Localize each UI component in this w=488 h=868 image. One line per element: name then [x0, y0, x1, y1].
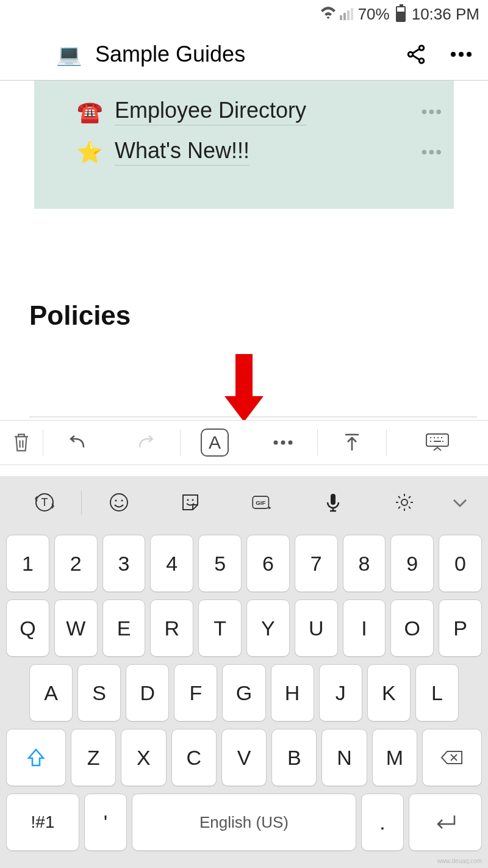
svg-text:GIF: GIF	[256, 499, 265, 506]
backspace-key[interactable]	[422, 729, 482, 786]
key[interactable]: O	[390, 599, 434, 657]
svg-point-14	[121, 500, 123, 502]
menu-button[interactable]	[11, 38, 43, 70]
keyboard: 1234567890 QWERTYUIOP ASDFGHJKL Z X C V …	[0, 529, 488, 868]
key[interactable]: T	[198, 599, 242, 657]
key[interactable]: 5	[198, 535, 242, 592]
key[interactable]: 9	[390, 535, 434, 592]
laptop-icon: 💻	[56, 42, 82, 67]
key[interactable]: X	[121, 729, 166, 786]
clock-time: 10:36 PM	[412, 5, 479, 24]
shift-key[interactable]	[6, 729, 66, 786]
key[interactable]: J	[319, 664, 362, 722]
more-format-button[interactable]	[249, 421, 317, 465]
svg-point-6	[274, 441, 278, 445]
key[interactable]: A	[29, 664, 73, 722]
key[interactable]: 0	[439, 535, 482, 592]
scroll-top-button[interactable]	[318, 421, 386, 465]
key[interactable]: 4	[150, 535, 193, 592]
key[interactable]: L	[415, 664, 459, 722]
hide-keyboard-button[interactable]	[387, 421, 488, 465]
item-more-icon[interactable]: •••	[422, 142, 443, 162]
share-button[interactable]	[400, 38, 432, 70]
app-bar: 💻 Sample Guides	[0, 28, 488, 81]
link-card: ☎️ Employee Directory ••• ⭐ What's New!!…	[34, 81, 454, 209]
key[interactable]: K	[367, 664, 411, 722]
key[interactable]: B	[271, 729, 317, 786]
sticker-button[interactable]	[156, 491, 224, 513]
svg-rect-19	[331, 494, 336, 505]
letter-a-icon: A	[201, 429, 229, 457]
key[interactable]: G	[222, 664, 265, 722]
key[interactable]: D	[126, 664, 169, 722]
svg-point-5	[467, 52, 472, 57]
enter-key[interactable]	[409, 794, 482, 851]
format-toolbar: A	[0, 420, 488, 465]
status-bar: 70% 10:36 PM	[0, 0, 488, 28]
key[interactable]: M	[372, 729, 417, 786]
redo-button[interactable]	[112, 421, 180, 465]
more-button[interactable]	[445, 38, 477, 70]
apostrophe-key[interactable]: '	[84, 794, 127, 851]
gif-button[interactable]: GIF	[228, 491, 296, 513]
svg-point-20	[401, 499, 407, 505]
key[interactable]: Y	[246, 599, 290, 657]
svg-point-8	[289, 441, 293, 445]
link-employee-directory[interactable]: Employee Directory	[115, 98, 306, 126]
emoji-button[interactable]	[84, 491, 153, 513]
key[interactable]: S	[77, 664, 121, 722]
signal-icon	[340, 8, 353, 20]
key[interactable]: H	[271, 664, 314, 722]
svg-point-7	[281, 441, 285, 445]
battery-percent: 70%	[358, 5, 390, 24]
period-key[interactable]: .	[361, 794, 404, 851]
text-format-button[interactable]: A	[181, 421, 249, 465]
collapse-button[interactable]	[442, 491, 478, 513]
watermark: www.deuaq.com	[437, 858, 482, 864]
key[interactable]: V	[221, 729, 267, 786]
phone-icon: ☎️	[77, 99, 102, 124]
undo-button[interactable]	[43, 421, 112, 465]
key[interactable]: 6	[246, 535, 290, 592]
key[interactable]: I	[343, 599, 386, 657]
key[interactable]: 8	[343, 535, 386, 592]
space-key[interactable]: English (US)	[132, 794, 356, 851]
wifi-icon	[320, 5, 336, 24]
battery-icon	[396, 6, 406, 22]
annotation-arrow-icon	[224, 354, 264, 422]
svg-point-13	[115, 500, 117, 502]
key[interactable]: E	[102, 599, 146, 657]
key[interactable]: Z	[71, 729, 116, 786]
trash-button[interactable]	[0, 421, 43, 465]
symbols-key[interactable]: !#1	[6, 794, 79, 851]
key[interactable]: P	[439, 599, 482, 657]
key[interactable]: 3	[102, 535, 146, 592]
key[interactable]: F	[174, 664, 217, 722]
settings-button[interactable]	[370, 491, 439, 513]
key[interactable]: C	[171, 729, 217, 786]
key[interactable]: U	[295, 599, 338, 657]
key[interactable]: 1	[6, 535, 49, 592]
key[interactable]: R	[150, 599, 193, 657]
keyboard-toolbar: T GIF	[0, 476, 488, 529]
svg-point-4	[459, 52, 464, 57]
section-heading[interactable]: Policies	[29, 300, 488, 331]
key[interactable]: Q	[6, 599, 49, 657]
item-more-icon[interactable]: •••	[422, 102, 443, 121]
key[interactable]: W	[54, 599, 98, 657]
key[interactable]: 2	[54, 535, 98, 592]
list-item: ⭐ What's New!!! •••	[77, 132, 443, 172]
key[interactable]: N	[321, 729, 367, 786]
list-item: ☎️ Employee Directory •••	[77, 92, 443, 132]
svg-point-15	[187, 499, 188, 501]
text-tool-button[interactable]: T	[10, 491, 79, 513]
link-whats-new[interactable]: What's New!!!	[115, 138, 249, 166]
page-title: Sample Guides	[95, 42, 387, 67]
svg-point-16	[192, 499, 193, 501]
voice-button[interactable]	[299, 491, 368, 513]
svg-point-12	[110, 494, 127, 511]
svg-point-3	[451, 52, 456, 57]
svg-text:T: T	[41, 496, 48, 508]
svg-rect-9	[426, 434, 448, 446]
key[interactable]: 7	[295, 535, 338, 592]
